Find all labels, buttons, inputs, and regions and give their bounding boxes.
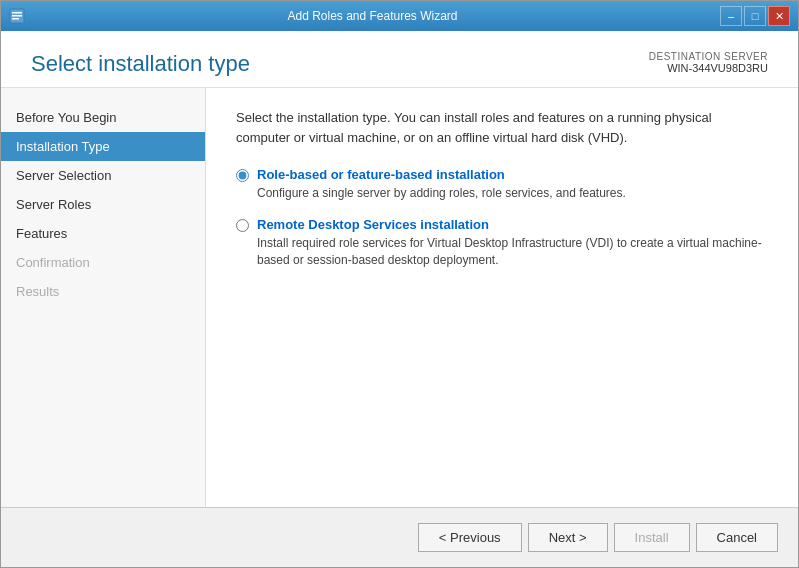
window-icon (9, 8, 25, 24)
minimize-button[interactable]: – (720, 6, 742, 26)
radio-remote-desktop[interactable] (236, 219, 249, 232)
svg-rect-3 (12, 18, 19, 20)
sidebar: Before You Begin Installation Type Serve… (1, 88, 206, 507)
main-content: Before You Begin Installation Type Serve… (1, 88, 798, 507)
option-remote-desktop-desc: Install required role services for Virtu… (257, 235, 768, 269)
installation-options: Role-based or feature-based installation… (236, 167, 768, 268)
sidebar-item-installation-type[interactable]: Installation Type (1, 132, 205, 161)
window-title: Add Roles and Features Wizard (25, 9, 720, 23)
install-button: Install (614, 523, 690, 552)
close-button[interactable]: ✕ (768, 6, 790, 26)
previous-button[interactable]: < Previous (418, 523, 522, 552)
svg-rect-2 (12, 15, 22, 17)
sidebar-item-before-you-begin[interactable]: Before You Begin (1, 103, 205, 132)
page-header: Select installation type DESTINATION SER… (1, 31, 798, 88)
sidebar-item-server-roles[interactable]: Server Roles (1, 190, 205, 219)
page-title: Select installation type (31, 51, 250, 77)
sidebar-item-confirmation: Confirmation (1, 248, 205, 277)
radio-role-based[interactable] (236, 169, 249, 182)
option-role-based-desc: Configure a single server by adding role… (257, 185, 626, 202)
option-remote-desktop: Remote Desktop Services installation Ins… (236, 217, 768, 269)
destination-server-info: DESTINATION SERVER WIN-344VU98D3RU (649, 51, 768, 74)
option-role-based-title: Role-based or feature-based installation (257, 167, 626, 182)
main-window: Add Roles and Features Wizard – □ ✕ Sele… (0, 0, 799, 568)
window-controls: – □ ✕ (720, 6, 790, 26)
option-role-based: Role-based or feature-based installation… (236, 167, 768, 202)
footer: < Previous Next > Install Cancel (1, 507, 798, 567)
sidebar-item-features[interactable]: Features (1, 219, 205, 248)
title-bar: Add Roles and Features Wizard – □ ✕ (1, 1, 798, 31)
destination-label: DESTINATION SERVER (649, 51, 768, 62)
svg-rect-1 (12, 12, 22, 14)
option-remote-desktop-title: Remote Desktop Services installation (257, 217, 768, 232)
description-text: Select the installation type. You can in… (236, 108, 768, 147)
server-name: WIN-344VU98D3RU (649, 62, 768, 74)
cancel-button[interactable]: Cancel (696, 523, 778, 552)
next-button[interactable]: Next > (528, 523, 608, 552)
sidebar-item-results: Results (1, 277, 205, 306)
maximize-button[interactable]: □ (744, 6, 766, 26)
sidebar-item-server-selection[interactable]: Server Selection (1, 161, 205, 190)
main-panel: Select the installation type. You can in… (206, 88, 798, 507)
